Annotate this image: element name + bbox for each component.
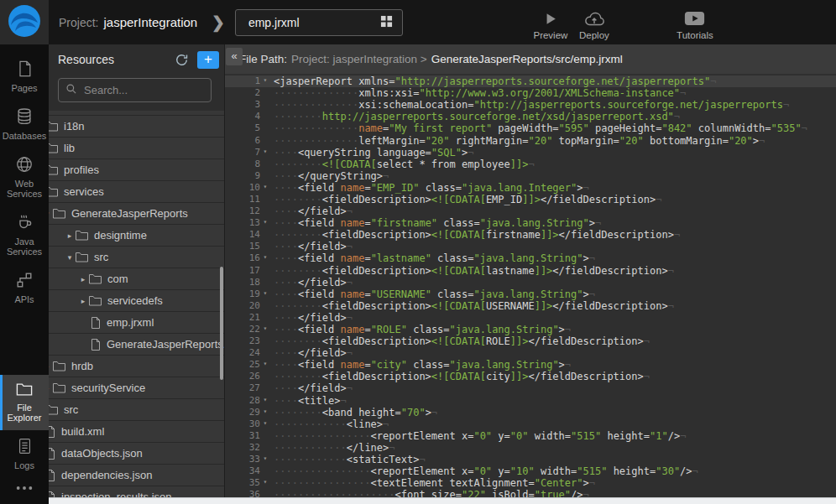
- fold-caret-icon[interactable]: ▾: [260, 358, 270, 370]
- tree-item-com[interactable]: ▸com: [49, 268, 224, 290]
- code-text: <jasperReport xmlns="http://jasperreport…: [270, 75, 716, 87]
- tree-item-emp-jrxml[interactable]: emp.jrxml: [49, 312, 224, 334]
- line-number: 24: [249, 347, 260, 359]
- code-line: 24····</field>¬: [225, 347, 836, 359]
- sidebar-item-java-services[interactable]: Java Services: [0, 206, 49, 264]
- tree-item-lib[interactable]: lib: [49, 138, 224, 159]
- file-selector[interactable]: emp.jrxml: [235, 9, 403, 36]
- sidebar-item-label: APIs: [14, 294, 34, 304]
- tree-scrollbar[interactable]: [220, 267, 223, 380]
- code-line: 11········<fieldDescription><![CDATA[EMP…: [225, 194, 836, 205]
- fold-caret-icon[interactable]: ▾: [260, 252, 270, 263]
- add-resource-button[interactable]: +: [197, 51, 219, 69]
- expand-arrow-icon[interactable]: ▸: [77, 297, 89, 305]
- tree-item-hrdb[interactable]: ▸hrdb: [49, 356, 224, 377]
- code-text: ············<line>¬: [270, 418, 389, 430]
- tree-item-dataobjects-json[interactable]: dataObjects.json: [49, 443, 224, 465]
- fold-caret-icon[interactable]: ▾: [260, 146, 270, 158]
- gutter: 35▾: [225, 477, 270, 489]
- tree-item-i18n[interactable]: i18n: [49, 116, 224, 138]
- search-input[interactable]: [82, 83, 204, 97]
- code-text: ··············xmlns:xsi="http://www.w3.o…: [270, 87, 686, 99]
- fold-caret-icon[interactable]: ▾: [260, 75, 270, 86]
- sidebar-item-databases[interactable]: Databases: [0, 101, 49, 148]
- code-text: ········<fieldDescription><![CDATA[city]…: [270, 371, 650, 382]
- sidebar-item-apis[interactable]: APIs: [0, 264, 49, 312]
- app-logo[interactable]: [0, 0, 49, 44]
- code-text: ················<textElement textAlignme…: [270, 477, 595, 489]
- tree-item-securityservice[interactable]: ▸securityService: [49, 377, 224, 399]
- line-number: 29: [249, 407, 260, 418]
- sidebar-item-label: Pages: [11, 83, 37, 93]
- gutter: 23: [225, 335, 270, 347]
- sidebar-item-file-explorer[interactable]: File Explorer: [0, 375, 49, 430]
- code-line: 26········<fieldDescription><![CDATA[cit…: [225, 371, 836, 382]
- code-text: ··············name="My first report" pag…: [270, 122, 807, 134]
- fold-caret-icon[interactable]: ▾: [260, 181, 270, 193]
- fold-caret-icon[interactable]: ▾: [260, 323, 270, 335]
- gutter: 31: [225, 430, 270, 442]
- horizontal-scrollbar[interactable]: [49, 497, 836, 504]
- tree-item-profiles[interactable]: profiles: [49, 159, 224, 181]
- fold-caret-icon[interactable]: ▾: [260, 216, 270, 228]
- code-line: 2··············xmlns:xsi="http://www.w3.…: [225, 87, 836, 99]
- tree-item-generatejasperreports-s[interactable]: GenerateJasperReports.s: [49, 334, 224, 356]
- line-number: 7: [254, 147, 260, 158]
- fold-caret-icon[interactable]: ▾: [260, 476, 270, 488]
- tree-item-build-xml[interactable]: build.xml: [49, 421, 224, 443]
- folder-icon: [49, 404, 58, 415]
- expand-arrow-icon[interactable]: ▸: [64, 231, 76, 240]
- tree-item-servicedefs[interactable]: ▸servicedefs: [49, 290, 224, 312]
- code-text: ········<fieldDescription><![CDATA[USERN…: [270, 300, 674, 312]
- tree-item-dependencies-json[interactable]: dependencies.json: [49, 465, 224, 486]
- line-number: 12: [249, 205, 260, 217]
- search-box: [58, 78, 212, 102]
- search-icon: [65, 83, 77, 98]
- code-line: 32············</line>¬: [225, 442, 836, 454]
- line-number: 20: [249, 300, 260, 312]
- code-line: 6··············leftMargin="20" rightMarg…: [225, 134, 836, 146]
- folder-icon: [49, 164, 58, 175]
- fold-caret-icon[interactable]: ▾: [260, 453, 270, 465]
- expand-arrow-icon[interactable]: ▸: [77, 275, 89, 283]
- file-icon: [91, 317, 101, 329]
- expand-arrow-icon[interactable]: ▾: [64, 253, 76, 262]
- fold-caret-icon[interactable]: ▾: [260, 406, 270, 418]
- fold-caret-icon[interactable]: ▾: [260, 418, 270, 429]
- line-number: 21: [249, 312, 260, 324]
- code-text: ····<field name="USERNAME" class="java.l…: [270, 288, 595, 300]
- file-tree: i18nlibprofilesservices▾GenerateJasperRe…: [49, 111, 224, 504]
- tree-item-label: i18n: [64, 120, 85, 132]
- tree-item-services[interactable]: services: [49, 181, 224, 203]
- tree-item-designtime[interactable]: ▸designtime: [49, 225, 224, 247]
- gutter: 26: [225, 371, 270, 382]
- code-editor[interactable]: 1▾<jasperReport xmlns="http://jasperrepo…: [225, 74, 836, 504]
- code-text: ····<field name="firstname" class="java.…: [270, 217, 601, 229]
- fold-caret-icon[interactable]: ▾: [260, 394, 270, 406]
- collapse-panel-button[interactable]: «: [226, 48, 243, 65]
- preview-button[interactable]: Preview: [529, 9, 572, 40]
- topbar: Project: jasperIntegration ❯ emp.jrxml P…: [0, 0, 836, 44]
- tree-item-src[interactable]: ▾src: [49, 247, 224, 268]
- sidebar-item-label: Java Services: [3, 236, 46, 257]
- file-selector-value: emp.jrxml: [248, 16, 300, 29]
- gutter: 9: [225, 170, 270, 182]
- code-line: 3··············xsi:schemaLocation="http:…: [225, 99, 836, 111]
- tree-item-src[interactable]: src: [49, 399, 224, 421]
- sidebar-item-web-services[interactable]: Web Services: [0, 148, 49, 206]
- fold-caret-icon[interactable]: ▾: [260, 288, 270, 299]
- code-line: 35▾················<textElement textAlig…: [225, 477, 836, 489]
- grid-icon: [380, 15, 393, 30]
- icon-sidebar: PagesDatabasesWeb ServicesJava ServicesA…: [0, 44, 49, 504]
- folder-icon: [15, 382, 34, 403]
- refresh-button[interactable]: [172, 50, 191, 69]
- sidebar-item-logs[interactable]: Logs: [0, 430, 49, 478]
- code-line: 19▾····<field name="USERNAME" class="jav…: [225, 288, 836, 300]
- tree-item-label: services: [64, 185, 104, 198]
- deploy-button[interactable]: Deploy: [572, 9, 616, 40]
- sidebar-item-pages[interactable]: Pages: [0, 53, 49, 101]
- tutorials-button[interactable]: Tutorials: [673, 9, 717, 40]
- tree-item-generatejasperreports[interactable]: ▾GenerateJasperReports: [49, 203, 224, 225]
- folder-icon: [49, 186, 58, 197]
- sidebar-item-more[interactable]: [0, 478, 49, 504]
